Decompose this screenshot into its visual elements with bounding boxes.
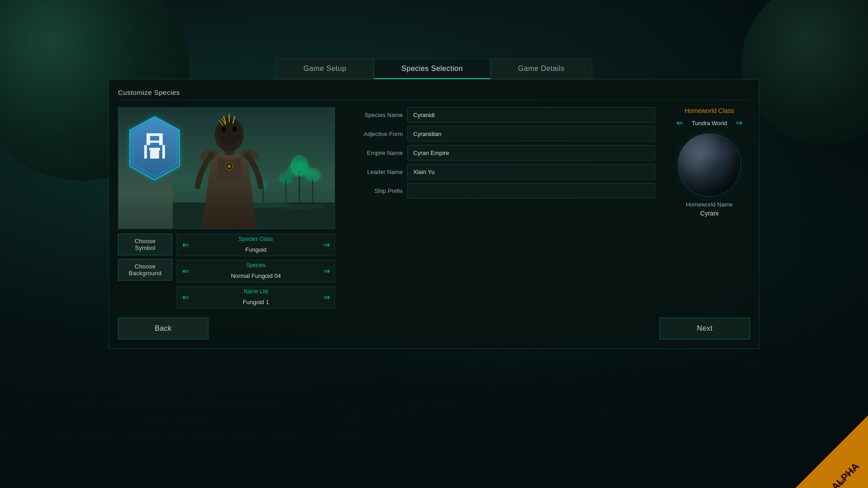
choose-symbol-button[interactable]: Choose Symbol	[118, 234, 172, 255]
empire-name-input[interactable]	[407, 145, 655, 160]
leader-name-input[interactable]	[407, 164, 655, 179]
hex-svg	[125, 114, 184, 182]
left-section: Choose Symbol Choose Background ⇐ Specie…	[118, 107, 335, 309]
name-list-next-arrow[interactable]: ⇒	[318, 286, 335, 308]
svg-point-19	[272, 205, 326, 209]
name-list-value: Fungoid 1	[193, 299, 318, 305]
tab-species-selection[interactable]: Species Selection	[374, 59, 491, 79]
name-list-selector: ⇐ Name List Fungoid 1 ⇒	[177, 286, 335, 309]
selectors-column: ⇐ Species Class Fungoid ⇒ ⇐ Species	[177, 234, 335, 309]
species-class-label: Species Class	[193, 236, 318, 242]
adjective-form-label: Adjective Form	[344, 131, 403, 137]
homeworld-section: Homeworld Class ⇐ Tundra World ⇒ Homewor…	[669, 107, 750, 309]
species-value: Normal Fungoid 04	[193, 272, 318, 279]
leader-name-label: Leader Name	[344, 169, 403, 175]
back-button[interactable]: Back	[118, 318, 208, 339]
alpha-badge: ALPHA Stellaris - Paradox Development St…	[796, 416, 868, 488]
controls-row: Choose Symbol Choose Background ⇐ Specie…	[118, 234, 335, 309]
svg-rect-37	[149, 148, 160, 150]
ship-prefix-label: Ship Prefix	[344, 188, 403, 194]
svg-rect-36	[146, 141, 163, 143]
name-list-label: Name List	[193, 288, 318, 295]
adjective-form-input[interactable]	[407, 126, 655, 141]
choose-buttons-col: Choose Symbol Choose Background	[118, 234, 172, 281]
homeworld-next-arrow[interactable]: ⇒	[736, 118, 742, 128]
svg-rect-38	[150, 150, 159, 159]
svg-point-21	[305, 166, 321, 183]
species-next-arrow[interactable]: ⇒	[318, 260, 335, 282]
next-button[interactable]: Next	[660, 318, 750, 339]
homeworld-class-selector: ⇐ Tundra World ⇒	[676, 118, 742, 128]
bottom-bar: Back Next	[118, 318, 750, 339]
svg-point-11	[279, 171, 292, 184]
svg-rect-33	[146, 133, 163, 136]
homeworld-class-value: Tundra World	[687, 120, 732, 127]
ship-prefix-row: Ship Prefix	[344, 183, 655, 198]
tab-game-details[interactable]: Game Details	[491, 59, 592, 79]
species-class-selector: ⇐ Species Class Fungoid ⇒	[177, 234, 335, 256]
svg-rect-40	[162, 145, 165, 159]
species-name-label: Species Name	[344, 112, 403, 118]
ship-prefix-input[interactable]	[407, 183, 655, 198]
alpha-svg: ALPHA Stellaris - Paradox Development St…	[796, 416, 868, 488]
adjective-form-row: Adjective Form	[344, 126, 655, 141]
svg-point-30	[227, 164, 231, 168]
species-name-row: Species Name	[344, 107, 655, 122]
choose-background-button[interactable]: Choose Background	[118, 259, 172, 281]
portrait-area	[118, 107, 335, 229]
tab-bar: Game Setup Species Selection Game Detail…	[108, 59, 760, 79]
main-panel: Customize Species	[108, 79, 760, 349]
svg-point-25	[222, 127, 226, 132]
empire-name-label: Empire Name	[344, 150, 403, 156]
species-prev-arrow[interactable]: ⇐	[177, 260, 193, 282]
homeworld-class-title: Homeworld Class	[684, 107, 734, 114]
svg-rect-39	[144, 145, 147, 159]
species-class-prev-arrow[interactable]: ⇐	[177, 234, 193, 256]
homeworld-name-label: Homeworld Name	[686, 201, 733, 208]
symbol-hex	[125, 114, 184, 182]
species-class-next-arrow[interactable]: ⇒	[318, 234, 335, 256]
species-class-value: Fungoid	[193, 246, 318, 253]
svg-marker-41	[796, 416, 868, 488]
species-inner: Species Normal Fungoid 04	[193, 260, 318, 282]
leader-name-row: Leader Name	[344, 164, 655, 179]
species-selector: ⇐ Species Normal Fungoid 04 ⇒	[177, 260, 335, 282]
svg-point-26	[232, 127, 237, 132]
panel-title: Customize Species	[118, 89, 750, 100]
right-section: Species Name Adjective Form Empire Name …	[344, 107, 655, 309]
content-area: Choose Symbol Choose Background ⇐ Specie…	[118, 107, 750, 309]
alien-character-svg	[184, 108, 274, 229]
homeworld-planet-sphere	[678, 133, 741, 197]
tab-game-setup[interactable]: Game Setup	[276, 59, 374, 79]
name-list-prev-arrow[interactable]: ⇐	[177, 286, 193, 308]
name-list-inner: Name List Fungoid 1	[193, 286, 318, 308]
species-class-inner: Species Class Fungoid	[193, 234, 318, 256]
species-name-input[interactable]	[407, 107, 655, 122]
homeworld-prev-arrow[interactable]: ⇐	[676, 118, 683, 128]
species-label: Species	[193, 262, 318, 268]
homeworld-name-value: Cyrani	[700, 210, 718, 217]
ui-container: Game Setup Species Selection Game Detail…	[108, 59, 760, 461]
empire-name-row: Empire Name	[344, 145, 655, 160]
